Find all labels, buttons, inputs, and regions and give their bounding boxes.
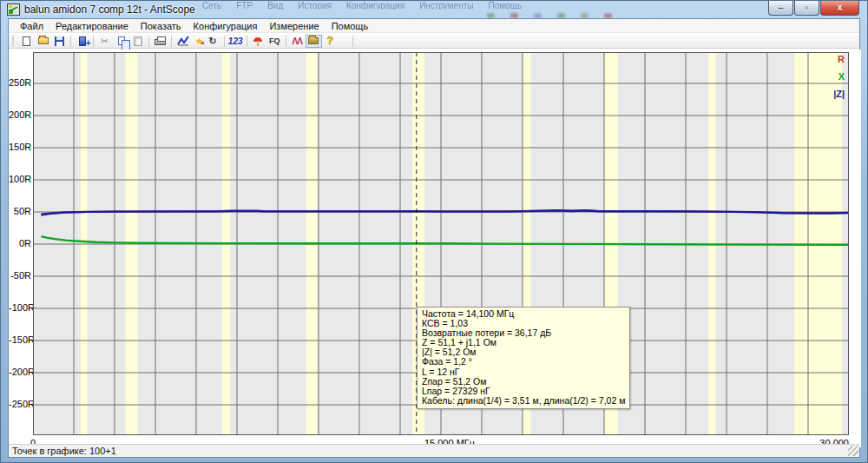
y-axis-tick-label: 50R — [9, 206, 31, 216]
legend-item-X: X — [833, 71, 845, 89]
y-axis-tick-label: -150R — [9, 334, 31, 345]
y-axis-tick-label: 150R — [9, 142, 31, 152]
y-axis-tick-label: 250R — [9, 77, 31, 88]
menu-bar: ФайлРедактированиеПоказатьКонфигурацияИз… — [9, 19, 859, 33]
background-window-menu-item: История — [298, 1, 332, 10]
window-title: balun amidon 7 comp 12t - AntScope — [24, 3, 195, 16]
tooltip-line: L = 12 нГ — [422, 367, 625, 377]
menu-item[interactable]: Редактирование — [49, 20, 135, 32]
copy-icon[interactable] — [113, 35, 129, 48]
close-button[interactable]: x — [820, 1, 859, 16]
frequency-icon[interactable]: FQ — [266, 35, 283, 48]
tooltip-line: Фаза = 1,2 ° — [422, 357, 625, 367]
cut-icon[interactable]: ✂ — [96, 35, 113, 48]
open-file-icon[interactable] — [35, 35, 51, 48]
y-axis-tick-label: 200R — [9, 109, 31, 120]
numeric-entry-icon[interactable]: 123 — [227, 35, 244, 48]
window-controls: – ▫ x — [768, 1, 859, 16]
export-device-icon[interactable] — [74, 35, 90, 48]
background-window-menu-item: Помощь — [488, 1, 522, 10]
resize-grip[interactable] — [848, 446, 858, 456]
toolbar: ✂ ★ × ↻ 123 FQ ΛΛ ? — [9, 34, 859, 49]
sweep-icon[interactable]: ΛΛ — [289, 35, 306, 48]
app-icon — [7, 3, 20, 16]
menu-item[interactable]: Помощь — [326, 20, 375, 32]
refresh-icon[interactable]: ↻ — [205, 35, 221, 48]
antenna-icon[interactable] — [250, 35, 266, 48]
chart-icon[interactable] — [174, 35, 191, 48]
background-window-menu-item: Вид — [267, 1, 283, 10]
measurement-tooltip: Частота = 14,100 МГцКСВ = 1,03Возвратные… — [417, 307, 630, 409]
y-axis-tick-label: -200R — [9, 367, 31, 377]
menu-item[interactable]: Файл — [14, 20, 49, 32]
status-text: Точек в графике: 100+1 — [12, 446, 116, 456]
menu-item[interactable]: Конфигурация — [187, 20, 264, 32]
app-window: СетьFTPВидИсторияКонфигурацияИнструменты… — [0, 0, 868, 463]
client-area: ФайлРедактированиеПоказатьКонфигурацияИз… — [8, 18, 860, 458]
status-bar: Точек в графике: 100+1 — [9, 444, 859, 457]
background-window-menu-item: Инструменты — [419, 1, 473, 10]
background-window-menu-item: FTP — [236, 1, 253, 10]
minimize-button[interactable]: – — [768, 1, 793, 16]
title-bar[interactable]: СетьFTPВидИсторияКонфигурацияИнструменты… — [1, 1, 867, 18]
y-axis-tick-label: -50R — [9, 270, 31, 281]
menu-item[interactable]: Показать — [135, 20, 187, 32]
background-window-menu-item: Сеть — [202, 1, 221, 10]
folder-icon[interactable] — [306, 35, 322, 48]
y-axis-tick-label: -250R — [9, 399, 31, 409]
y-axis-tick-label: 100R — [9, 174, 31, 184]
background-window-menu: СетьFTPВидИсторияКонфигурацияИнструменты… — [202, 1, 522, 10]
legend-item-Z: |Z| — [833, 89, 845, 106]
maximize-button[interactable]: ▫ — [794, 1, 819, 16]
save-icon[interactable] — [51, 35, 68, 48]
chart-area: 250R200R150R100R50R0R-50R-100R-150R-200R… — [9, 50, 861, 447]
new-document-icon[interactable] — [18, 35, 35, 48]
print-icon[interactable] — [152, 35, 168, 48]
chart-legend: RX|Z| — [833, 54, 845, 106]
background-window-menu-item: Конфигурация — [346, 1, 404, 10]
legend-item-R: R — [833, 54, 845, 71]
tooltip-line: Кабель: длина(1/4) = 3,51 м, длина(1/2) … — [422, 396, 625, 406]
help-icon[interactable]: ? — [322, 35, 339, 48]
y-axis-tick-label: 0R — [9, 238, 31, 248]
toolbar-grip[interactable] — [12, 36, 16, 46]
menu-item[interactable]: Измерение — [263, 20, 325, 32]
paste-icon[interactable] — [129, 35, 146, 48]
y-axis-tick-label: -100R — [9, 302, 31, 313]
